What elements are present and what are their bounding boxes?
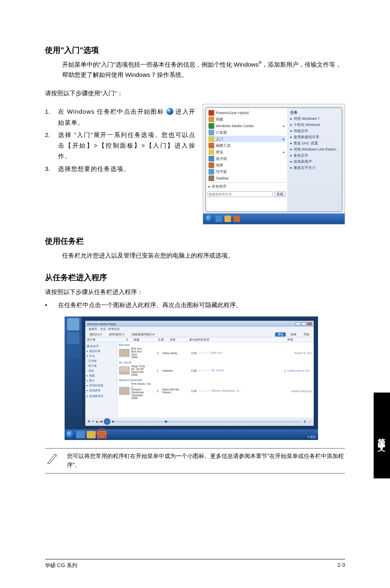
start-menu-item: 写字板 xyxy=(208,168,286,175)
track-title: Maid with the Flaxen ... xyxy=(162,388,185,394)
app-icon xyxy=(208,117,214,122)
track-row: mr.Scruff ninja tunaNinja TunaMr. Scruff… xyxy=(119,364,312,377)
album-meta: Bob AcriBob AcriJazz2004 xyxy=(131,347,153,359)
app-window: Windows Media Player ◦ 媒体库 ◦ 音乐 ◦ 所有音乐 组… xyxy=(85,321,314,426)
nav-item: ◦ 艺术家 xyxy=(87,359,116,364)
text: 开始菜单中的"入门"选项包括一些基本任务的信息，例如个性化 Windows xyxy=(62,61,259,68)
text: 在 Windows 任务栏中点击开始图标 xyxy=(58,108,166,115)
volume-icon: 🔊 xyxy=(303,420,307,423)
note-box: 您可以将您常用的程序钉在开始菜单中成为一个小图标。更多信息请参阅本章节"在开始菜… xyxy=(45,448,345,473)
album-meta: Fine Music, Vol. 1Richard StoltzmanClass… xyxy=(131,382,153,399)
heading-launch-from-taskbar: 从任务栏进入程序 xyxy=(45,272,345,283)
nav-item: ▸ 录制的电视 xyxy=(87,383,116,388)
nav-item: ◦ 流派 xyxy=(87,368,116,373)
start-menu-item: Windows Media Center▸ xyxy=(208,123,286,129)
tasks-heading: 任务 xyxy=(289,110,340,116)
task-item: ▸ 更改 UAC 设置 xyxy=(289,140,340,146)
task-item: ▸ 个性化 Windows xyxy=(289,122,340,128)
track-composer: Claude Debussy xyxy=(283,390,312,393)
app-label: 写字板 xyxy=(216,169,227,175)
chevron-right-icon: ▸ xyxy=(283,137,285,141)
start-menu-item: 计算器 xyxy=(208,129,286,136)
next-icon: ▶| xyxy=(112,420,115,423)
step-number: 3. xyxy=(45,164,58,174)
tab-burn: 刻录 xyxy=(288,332,299,337)
toolbar-playlist: 创建播放列表(C) ▾ xyxy=(129,332,158,337)
start-menu-item: Taskbar xyxy=(208,175,286,182)
column-header: 唱片集 xyxy=(87,338,121,342)
registered-mark: ® xyxy=(259,61,262,65)
column-header: 参与创作的艺术 xyxy=(189,338,286,342)
column-header: 分级 xyxy=(170,338,188,342)
app-icon xyxy=(208,175,214,181)
app-icon xyxy=(208,162,214,168)
column-header: 标题 xyxy=(134,338,157,342)
prev-icon: |◀ xyxy=(99,420,102,423)
stop-icon: ■ xyxy=(96,420,98,423)
app-label: Windows Media Center xyxy=(216,124,254,128)
start-menu-item: 放大镜 xyxy=(208,155,286,162)
nav-item: ▸ 图片 xyxy=(87,378,116,383)
screenshot-media-player: Windows Media Player ◦ 媒体库 ◦ 音乐 ◦ 所有音乐 组… xyxy=(65,316,318,440)
track-title: Kalimba xyxy=(162,369,185,372)
taskbar-app-icon xyxy=(233,215,240,222)
track-length: 2:49 xyxy=(187,390,197,393)
start-search-row: 关机 xyxy=(208,191,286,197)
track-row: Bob AcriBob AcriJazz20043Sleep Away3:20☆… xyxy=(119,347,312,359)
track-num: 2 xyxy=(155,390,161,393)
start-menu-item: 便笺▸ xyxy=(208,149,286,155)
task-item: ▸ 更改文字大小 xyxy=(289,165,340,171)
bullet-marker: • xyxy=(45,300,58,310)
desktop-left-taskbar xyxy=(65,316,82,429)
taskbar-intro: 任务栏允许您进入以及管理已安装在您的电脑上的程序或选项。 xyxy=(62,251,345,261)
app-icon xyxy=(208,143,214,148)
start-menu-item: 入门▸ xyxy=(208,136,286,142)
item-count: 3 项目 xyxy=(307,435,316,438)
breadcrumb: ◦ 媒体库 ◦ 音乐 ◦ 所有音乐 xyxy=(87,327,120,331)
app-icon xyxy=(208,169,214,175)
footer-page-number: 2-3 xyxy=(337,562,345,569)
play-button-icon xyxy=(104,418,110,425)
bullet-item: • 在任务栏中点击一个图标进入此程序。再次点击图标可隐藏此程序。 xyxy=(45,300,345,310)
album-meta: Ninja TunaMr. ScruffElectronic2008 xyxy=(131,365,153,376)
maximize-icon xyxy=(301,322,306,325)
app-label: PowerKGear Hybrid xyxy=(216,111,249,115)
step-number: 1. xyxy=(45,106,58,128)
window-title: Windows Media Player xyxy=(87,323,116,325)
album-art-icon: mr.Scruff ninja tuna xyxy=(119,366,130,375)
step-text: 选择您想要的任务选项。 xyxy=(58,164,195,174)
taskbar-pinned-icon xyxy=(67,346,79,358)
language-side-tab: 简体中文 xyxy=(374,393,390,478)
nav-item: ▾ 音乐 xyxy=(87,354,116,359)
note-pen-icon xyxy=(45,452,61,464)
app-icon xyxy=(208,136,214,142)
taskbar-pinned-icon xyxy=(67,318,79,330)
shutdown-button: 关机 xyxy=(274,191,286,197)
launch-from-taskbar-lead: 请按照以下步骤从任务栏进入程序： xyxy=(45,287,345,297)
screenshot-start-menu: PowerKGear Hybrid画图Windows Media Center▸… xyxy=(203,104,345,224)
tray-clock: 3 项目 xyxy=(307,435,316,439)
step-number: 2. xyxy=(45,130,58,162)
start-menu-item: 纸牌 xyxy=(208,162,286,168)
task-item: ▸ 浏览 Windows Live Essen... xyxy=(289,146,340,153)
app-label: 入门 xyxy=(216,137,223,142)
artist-heading: Mr. Scruff xyxy=(119,361,312,364)
toolbar: 组织(O) ▾ 媒体流(R) ▾ 创建播放列表(C) ▾ 播放 刻录 同步 xyxy=(85,332,314,337)
step-3: 3. 选择您想要的任务选项。 xyxy=(45,164,195,174)
navigation-pane: ▣ 媒体库▸ 播放列表▾ 音乐 ◦ 艺术家 ◦ 唱片集 ◦ 流派▸ 视频▸ 图片… xyxy=(85,342,117,417)
player-controls: ⇆ ↻ ■ |◀ ▶| 🔊 ⤢ xyxy=(85,417,314,426)
content-list: Bob AcriBob AcriBob AcriJazz20043Sleep A… xyxy=(117,342,314,417)
getting-started-steps-lead: 请按照以下步骤使用"入门"： xyxy=(45,88,345,99)
app-icon xyxy=(208,123,214,129)
task-item: ▸ 添加新用户 xyxy=(289,159,340,165)
step-text: 选择 "入门"展开一系列任务选项。您也可以点击【开始】>【控制面板】>【入门】进… xyxy=(58,130,195,162)
breadcrumb-bar: ◦ 媒体库 ◦ 音乐 ◦ 所有音乐 xyxy=(85,327,314,332)
task-item: ▸ 备份文件 xyxy=(289,153,340,159)
track-rating: ☆☆☆☆☆ Mr. Scruff xyxy=(198,369,282,372)
all-programs: ▸ 所有程序 xyxy=(208,184,286,190)
taskbar-app-icon xyxy=(215,215,222,222)
track-rating: ☆☆☆☆☆ Bob Acri xyxy=(198,351,282,355)
task-item: ▸ 浏览 Windows 7 xyxy=(289,116,340,122)
start-orb-icon xyxy=(166,108,173,115)
getting-started-steps: 1. 在 Windows 任务栏中点击开始图标 进入开始菜单。 2. 选择 "入… xyxy=(45,106,195,174)
